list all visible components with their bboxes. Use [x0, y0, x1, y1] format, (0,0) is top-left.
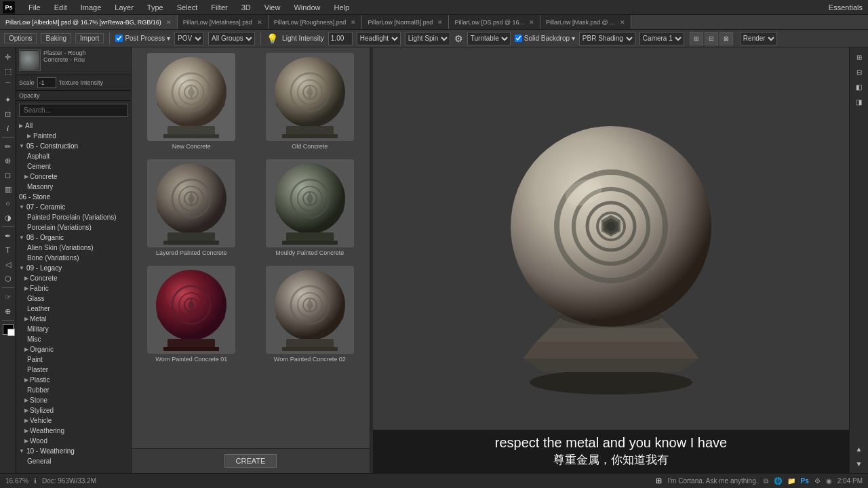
right-icon-2[interactable]: ⊟ — [852, 65, 866, 79]
taskbar-folder[interactable]: 📁 — [787, 477, 795, 485]
tree-stylized[interactable]: ▶ Stylized — [16, 405, 131, 415]
tree-plastic[interactable]: ▶ Plastic — [16, 375, 131, 385]
tool-brush[interactable]: ✏ — [1, 140, 15, 153]
baking-btn[interactable]: Baking — [41, 33, 71, 43]
menu-image[interactable]: Image — [78, 2, 104, 13]
options-btn[interactable]: Options — [4, 33, 37, 43]
turntable-select[interactable]: Turntable — [467, 32, 511, 45]
tree-metal[interactable]: ▶ Metal — [16, 314, 131, 324]
right-icon-6[interactable]: ▼ — [852, 457, 866, 470]
tree-general[interactable]: General — [16, 456, 131, 466]
tree-porcelain[interactable]: Porcelain (Variations) — [16, 222, 131, 232]
tab-close-0[interactable]: ✕ — [166, 19, 172, 26]
solid-backdrop-check[interactable]: Solid Backdrop ▾ — [515, 35, 575, 42]
tab-3[interactable]: PillarLow [NormalB].psd ✕ — [362, 15, 449, 30]
icon-btn-3[interactable]: ⊠ — [719, 32, 733, 45]
tab-close-5[interactable]: ✕ — [620, 19, 625, 26]
menu-edit[interactable]: Edit — [52, 2, 70, 13]
menu-window[interactable]: Window — [291, 2, 323, 13]
search-input[interactable] — [19, 104, 128, 117]
tree-vehicle[interactable]: ▶ Vehicle — [16, 415, 131, 426]
tree-all[interactable]: ▶ All — [16, 121, 131, 131]
mat-item-sphere-2[interactable]: Layered Painted Concrete — [134, 157, 249, 259]
render-select[interactable]: Render — [740, 32, 777, 45]
tree-wood[interactable]: ▶ Wood — [16, 436, 131, 446]
foreground-color[interactable] — [3, 324, 14, 335]
tree-painted[interactable]: ▶ Painted — [16, 131, 131, 141]
all-groups-select[interactable]: All Groups — [208, 32, 255, 45]
mat-item-sphere-5[interactable]: Worn Painted Concrete 02 — [253, 263, 368, 365]
tree-paint[interactable]: Paint — [16, 354, 131, 365]
right-icon-5[interactable]: ▲ — [852, 442, 866, 455]
tool-select[interactable]: ⬚ — [1, 64, 15, 78]
menu-help[interactable]: Help — [332, 2, 353, 13]
tree-rubber[interactable]: Rubber — [16, 385, 131, 395]
menu-select[interactable]: Select — [174, 2, 201, 13]
tab-close-4[interactable]: ✕ — [529, 19, 534, 26]
tree-plaster[interactable]: Plaster — [16, 365, 131, 375]
tree-glass[interactable]: Glass — [16, 293, 131, 304]
tool-move[interactable]: ✛ — [1, 50, 15, 64]
headlight-select[interactable]: Headlight — [357, 32, 401, 45]
tool-magic[interactable]: ✦ — [1, 93, 15, 106]
tree-painted-porcelain[interactable]: Painted Porcelain (Variations) — [16, 212, 131, 222]
mat-item-sphere-1[interactable]: Old Concrete — [253, 50, 368, 152]
taskbar-ie[interactable]: 🌐 — [774, 477, 782, 485]
mat-item-sphere-4[interactable]: Worn Painted Concrete 01 — [134, 263, 249, 365]
tree-legacy[interactable]: ▼ 09 - Legacy — [16, 263, 131, 273]
cortana-label[interactable]: I'm Cortana. Ask me anything. — [667, 477, 757, 485]
tool-eraser[interactable]: ◻ — [1, 168, 15, 182]
menu-view[interactable]: View — [262, 2, 283, 13]
tree-legacy-fabric[interactable]: ▶ Fabric — [16, 283, 131, 293]
taskbar-settings[interactable]: ⚙ — [814, 477, 821, 485]
tree-stone-cat[interactable]: 06 - Stone — [16, 192, 131, 202]
tool-eyedrop[interactable]: 𝒊 — [1, 121, 15, 135]
tab-close-2[interactable]: ✕ — [351, 19, 356, 26]
menu-file[interactable]: File — [26, 2, 43, 13]
tree-concrete-main[interactable]: ▶ Concrete — [16, 171, 131, 182]
tree-bone[interactable]: Bone (Variations) — [16, 253, 131, 263]
tool-crop[interactable]: ⊡ — [1, 107, 15, 121]
tree-organic[interactable]: ▼ 08 - Organic — [16, 232, 131, 243]
tree-misc[interactable]: Misc — [16, 334, 131, 344]
tree-asphalt[interactable]: Asphalt — [16, 151, 131, 161]
taskbar-start[interactable]: ⊞ — [656, 476, 662, 485]
tree-ceramic[interactable]: ▼ 07 - Ceramic — [16, 202, 131, 212]
light-intensity-input[interactable] — [328, 32, 353, 45]
tool-dodge[interactable]: ◑ — [1, 211, 15, 224]
tab-1[interactable]: PillarLow [Metalness].psd ✕ — [178, 15, 269, 30]
tool-shape[interactable]: ⬡ — [1, 272, 15, 285]
taskbar-task-view[interactable]: ⧉ — [764, 477, 768, 485]
tab-close-3[interactable]: ✕ — [437, 19, 443, 26]
tool-type[interactable]: T — [1, 243, 15, 257]
light-spin-select[interactable]: Light Spin — [405, 32, 450, 45]
scale-input[interactable] — [37, 77, 56, 88]
tool-stamp[interactable]: ⊕ — [1, 154, 15, 167]
tool-blur[interactable]: ○ — [1, 197, 15, 210]
tool-gradient[interactable]: ▥ — [1, 182, 15, 196]
tree-organic2[interactable]: ▶ Organic — [16, 344, 131, 354]
tool-pen[interactable]: ✒ — [1, 229, 15, 243]
pov-select[interactable]: POV — [174, 32, 204, 45]
tab-2[interactable]: PillarLow [Roughness].psd ✕ — [269, 15, 363, 30]
mat-item-sphere-3[interactable]: Mouldy Painted Concrete — [253, 157, 368, 259]
icon-btn-1[interactable]: ⊞ — [690, 32, 703, 45]
menu-layer[interactable]: Layer — [112, 2, 136, 13]
tree-weathering-sub[interactable]: ▶ Weathering — [16, 426, 131, 436]
menu-3d[interactable]: 3D — [239, 2, 254, 13]
taskbar-chrome[interactable]: ◉ — [826, 477, 832, 485]
tree-cement[interactable]: Cement — [16, 161, 131, 171]
camera-select[interactable]: Camera 1 — [639, 32, 684, 45]
tool-zoom[interactable]: ⊕ — [1, 304, 15, 318]
tab-0[interactable]: PillarLow [AlbedoM].psd @ 16.7% [wrRewa-… — [0, 15, 178, 30]
pbr-shading-select[interactable]: PBR Shading — [579, 32, 635, 45]
create-button[interactable]: CREATE — [224, 454, 277, 468]
tree-leather[interactable]: Leather — [16, 304, 131, 314]
tree-legacy-concrete[interactable]: ▶ Concrete — [16, 273, 131, 283]
post-process-check[interactable]: Post Process ▾ — [115, 35, 170, 42]
tree-stone[interactable]: ▶ Stone — [16, 395, 131, 405]
tool-lasso[interactable]: ⌒ — [1, 79, 15, 92]
right-icon-1[interactable]: ⊞ — [852, 50, 866, 64]
tab-4[interactable]: PillarLow [DS.psd @ 16... ✕ — [449, 15, 540, 30]
menu-filter[interactable]: Filter — [208, 2, 230, 13]
